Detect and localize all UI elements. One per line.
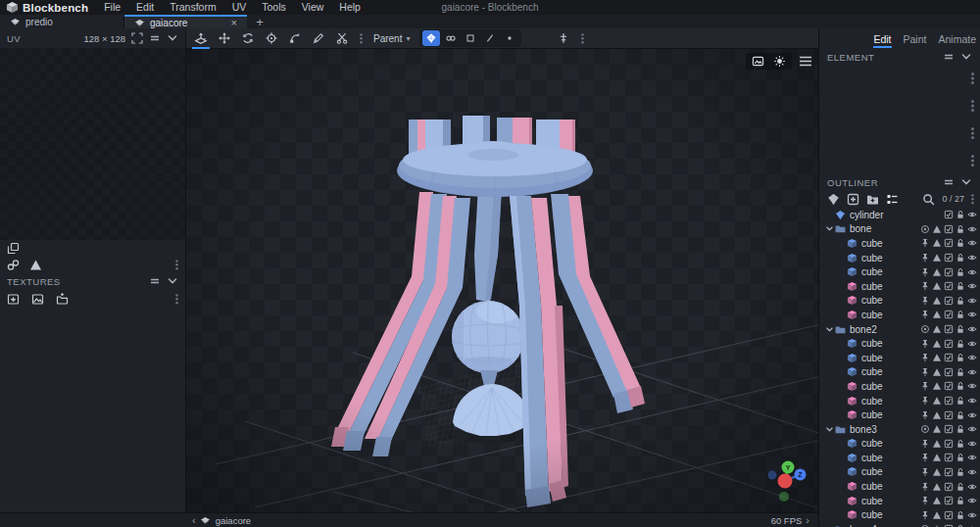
shade-icon[interactable]: [932, 482, 942, 492]
pin-icon[interactable]: [920, 467, 930, 477]
shade-icon[interactable]: [932, 381, 942, 391]
pivot-tool-button[interactable]: [261, 28, 282, 49]
pin-icon[interactable]: [920, 453, 930, 462]
add-group-button[interactable]: [866, 193, 879, 206]
export-icon[interactable]: [944, 310, 954, 319]
shade-icon[interactable]: [932, 224, 942, 234]
eye-icon[interactable]: [967, 310, 977, 319]
export-icon[interactable]: [944, 453, 954, 462]
eye-icon[interactable]: [967, 510, 977, 520]
chevron-down-icon[interactable]: [825, 224, 834, 233]
outliner-view-toggle[interactable]: [886, 193, 899, 206]
lock-icon[interactable]: [956, 496, 965, 505]
pin-icon[interactable]: [920, 296, 930, 306]
lock-icon[interactable]: [956, 310, 965, 319]
rotate-tool-button[interactable]: [237, 28, 259, 49]
lock-icon[interactable]: [956, 381, 965, 391]
lock-icon[interactable]: [956, 253, 965, 263]
shade-icon[interactable]: [932, 310, 942, 319]
export-icon[interactable]: [944, 381, 954, 391]
origin-icon[interactable]: [920, 224, 930, 234]
lock-icon[interactable]: [956, 210, 965, 219]
new-tab-button[interactable]: +: [247, 15, 272, 28]
export-icon[interactable]: [944, 482, 954, 492]
shade-icon[interactable]: [932, 367, 942, 377]
eye-icon[interactable]: [967, 353, 977, 362]
shade-icon[interactable]: [932, 296, 942, 306]
model-canvas[interactable]: [186, 49, 818, 512]
vertex-mode-button[interactable]: [501, 30, 518, 46]
parent-select[interactable]: Parent ▾: [369, 33, 414, 44]
outliner-row[interactable]: cube: [819, 394, 980, 408]
outliner-menu-icon[interactable]: [971, 194, 974, 197]
lock-icon[interactable]: [956, 224, 965, 234]
pin-icon[interactable]: [920, 396, 930, 406]
shade-icon[interactable]: [932, 439, 942, 449]
tab-paint[interactable]: Paint: [904, 29, 927, 49]
menu-uv[interactable]: UV: [224, 0, 255, 15]
eye-icon[interactable]: [967, 296, 977, 306]
export-icon[interactable]: [944, 467, 954, 477]
add-cube-button[interactable]: [847, 193, 859, 206]
menu-transform[interactable]: Transform: [162, 0, 223, 15]
tab-edit[interactable]: Edit: [873, 29, 891, 49]
outliner-row[interactable]: cube: [819, 507, 980, 522]
outliner-row[interactable]: cube: [819, 379, 980, 394]
eye-icon[interactable]: [967, 253, 977, 263]
symmetry-button[interactable]: [553, 28, 574, 49]
export-icon[interactable]: [944, 510, 954, 520]
lock-icon[interactable]: [956, 467, 965, 477]
image-icon[interactable]: [31, 293, 44, 306]
screenshot-icon[interactable]: [752, 55, 764, 68]
outliner-row[interactable]: bone2: [819, 322, 980, 337]
lock-icon[interactable]: [956, 281, 965, 291]
lock-icon[interactable]: [956, 396, 965, 406]
pin-icon[interactable]: [920, 253, 930, 263]
lock-icon[interactable]: [956, 296, 965, 306]
outliner-row[interactable]: bone3: [819, 422, 980, 437]
pin-icon[interactable]: [920, 267, 930, 277]
app-brand[interactable]: Blockbench: [6, 1, 88, 14]
tab-animate[interactable]: Animate: [938, 29, 976, 49]
eye-icon[interactable]: [967, 453, 977, 462]
outliner-row[interactable]: cube: [819, 365, 980, 380]
panel-menu-icon[interactable]: [149, 32, 161, 44]
pin-icon[interactable]: [920, 439, 930, 449]
origin-icon[interactable]: [920, 424, 930, 434]
shade-icon[interactable]: [932, 467, 942, 477]
export-icon[interactable]: [944, 353, 954, 362]
eye-icon[interactable]: [967, 324, 977, 334]
collapse-panel-icon[interactable]: [167, 275, 178, 287]
shade-icon[interactable]: [932, 353, 942, 362]
outliner-row[interactable]: cube: [819, 465, 980, 480]
lock-icon[interactable]: [956, 353, 965, 362]
copy-icon[interactable]: [7, 242, 20, 255]
outliner-row[interactable]: cylinder: [819, 208, 980, 222]
axis-gizmo[interactable]: Y Z: [763, 457, 808, 506]
outliner-row[interactable]: cube: [819, 279, 980, 294]
lock-icon[interactable]: [956, 339, 965, 349]
edge-mode-button[interactable]: [481, 30, 499, 46]
pin-icon[interactable]: [920, 281, 930, 291]
uv-resolution[interactable]: 128 × 128: [83, 33, 125, 44]
element-row-menu-icon[interactable]: [971, 100, 974, 103]
shade-icon[interactable]: [932, 510, 942, 520]
eye-icon[interactable]: [967, 367, 977, 377]
pin-icon[interactable]: [920, 339, 930, 349]
lock-icon[interactable]: [956, 453, 965, 462]
select-mesh-icon[interactable]: [827, 193, 840, 206]
pin-icon[interactable]: [920, 367, 930, 377]
next-project-arrow[interactable]: ›: [802, 515, 813, 526]
export-icon[interactable]: [944, 253, 954, 263]
eye-icon[interactable]: [967, 424, 977, 434]
export-icon[interactable]: [944, 439, 954, 449]
outliner-row[interactable]: cube: [819, 451, 980, 465]
export-icon[interactable]: [944, 324, 954, 334]
export-icon[interactable]: [944, 224, 954, 234]
pin-icon[interactable]: [920, 310, 930, 319]
shade-icon[interactable]: [932, 238, 942, 248]
export-icon[interactable]: [944, 238, 954, 248]
eye-icon[interactable]: [967, 396, 977, 406]
panel-menu-icon[interactable]: [943, 176, 955, 188]
origin-icon[interactable]: [920, 324, 930, 334]
